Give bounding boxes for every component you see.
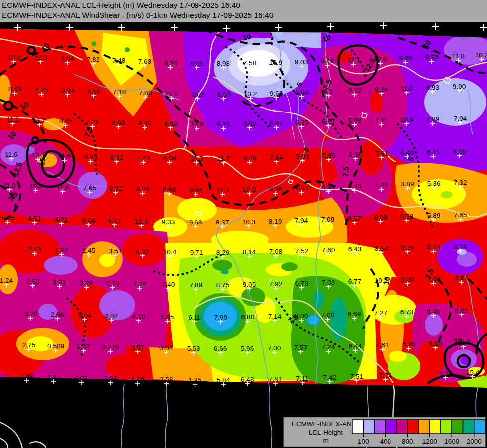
windshear-value: 4.10 — [132, 313, 145, 320]
windshear-value: 7.61 — [376, 341, 389, 349]
windshear-value: 10.2 — [244, 90, 257, 98]
windshear-value: 7.11 — [296, 375, 308, 382]
windshear-value: 7.00 — [268, 344, 281, 352]
windshear-value: 9.90 — [453, 83, 466, 90]
windshear-value: 3.29 — [80, 279, 93, 287]
windshear-value: 2.01 — [75, 374, 88, 382]
contour-label: 10 — [242, 32, 252, 42]
legend-swatch — [386, 420, 396, 434]
windshear-value: 7.89 — [426, 115, 439, 123]
windshear-value: 8.29 — [216, 249, 229, 256]
legend-title: ECMWF-INDEX-ANAL — [292, 420, 360, 428]
windshear-value: 4.67 — [455, 274, 468, 282]
contour-label: 15 — [37, 157, 47, 167]
windshear-value: 9.16 — [401, 244, 414, 251]
windshear-value: 2.75 — [22, 341, 35, 349]
windshear-value: 10.9 — [269, 59, 282, 66]
windshear-value: 9.24 — [375, 86, 388, 93]
windshear-value: 7.65 — [83, 184, 96, 192]
windshear-value: 8.75 — [216, 281, 229, 289]
legend-tick-label: 1600 — [444, 438, 459, 445]
windshear-value: 7.94 — [295, 217, 308, 224]
windshear-value: 8.66 — [163, 186, 176, 193]
windshear-value: 3.04 — [160, 344, 173, 352]
windshear-value: 9.05 — [191, 60, 203, 67]
windshear-value: 2.73 — [28, 245, 41, 253]
windshear-value: 9.07 — [108, 217, 121, 224]
legend-color-swatches — [352, 420, 485, 434]
windshear-value: 3.57 — [131, 344, 144, 351]
windshear-value: 7.92 — [269, 280, 282, 288]
windshear-value: 7.81 — [269, 375, 282, 383]
windshear-value: 9.02 — [243, 120, 256, 127]
windshear-value: 9.71 — [190, 249, 203, 256]
windshear-value: 5.84 — [217, 376, 230, 384]
windshear-value: 3.20 — [24, 310, 37, 318]
legend-swatch — [441, 420, 452, 434]
windshear-value: 8.03 — [112, 119, 125, 126]
windshear-value: 2.58 — [160, 376, 173, 383]
legend-swatch — [375, 420, 386, 434]
windshear-value: 6.07 — [322, 118, 335, 125]
windshear-value: 7.75 — [35, 86, 48, 94]
windshear-value: 8.08 — [374, 214, 387, 221]
windshear-value: 6.73 — [295, 280, 308, 287]
windshear-value: 8.57 — [348, 215, 361, 222]
legend-swatch — [419, 420, 430, 434]
windshear-value: 11.6 — [58, 152, 70, 160]
windshear-value: 10.4 — [163, 248, 177, 256]
windshear-value: 9.10 — [217, 120, 230, 128]
windshear-value: 8.04 — [61, 87, 75, 94]
windshear-value: 5.53 — [187, 345, 200, 352]
windshear-value: 7.89 — [190, 281, 202, 289]
windshear-value: 8.48 — [8, 85, 21, 93]
legend-tick-label: 100 — [358, 438, 369, 445]
legend-swatch — [352, 420, 363, 434]
windshear-value: 1.24 — [0, 277, 13, 284]
contour-label: 7.5 — [341, 166, 350, 177]
windshear-value: 11.0 — [3, 182, 15, 189]
windshear-value: 5.36 — [427, 180, 440, 187]
legend-swatch — [396, 420, 407, 434]
legend-tick-label: 400 — [380, 438, 391, 445]
windshear-value: 5.73 — [348, 182, 361, 190]
windshear-value: 9.46 — [321, 57, 334, 65]
legend-tick-label: 2000 — [467, 438, 482, 445]
windshear-value: 11.3 — [216, 186, 229, 194]
windshear-value: 3.89 — [401, 180, 414, 188]
windshear-value: 7.03 — [322, 279, 335, 286]
windshear-value: 8.98 — [217, 60, 230, 67]
windshear-value: 7.57 — [294, 344, 307, 351]
windshear-value: 7.18 — [113, 88, 126, 96]
windshear-value: 2.89 — [20, 372, 33, 380]
windshear-value: 8.36 — [269, 185, 282, 193]
legend-tick-label: 1200 — [422, 438, 437, 445]
legend-tick-label: 800 — [402, 438, 413, 445]
weather-map-canvas: 10.812.39.047.827.487.689.349.058.987.58… — [0, 0, 487, 448]
windshear-value: 8.54 — [375, 245, 388, 252]
header-line2: ECMWF-INDEX-ANAL WindShear_ (m/s) 0-1km … — [2, 11, 274, 19]
windshear-value: 7.58 — [243, 59, 256, 67]
windshear-value: 5.85 — [322, 152, 335, 159]
legend-swatch — [363, 420, 374, 434]
windshear-value: 6.77 — [348, 278, 361, 285]
windshear-value: 6.69 — [348, 310, 361, 318]
windshear-value: 5.96 — [241, 345, 254, 352]
windshear-value: 1.52 — [26, 278, 39, 285]
weather-map-screenshot: 10.812.39.047.827.487.689.349.058.987.58… — [0, 0, 487, 448]
windshear-value: 10.5 — [29, 182, 42, 190]
windshear-value: 5.56 — [1, 214, 14, 222]
windshear-value: 7.60 — [322, 246, 335, 254]
legend-swatch — [474, 420, 485, 434]
windshear-value: 6.41 — [427, 148, 440, 156]
windshear-value: 7.94 — [454, 115, 467, 122]
windshear-value: 7.11 — [375, 116, 387, 124]
windshear-value: 11.6 — [5, 151, 17, 158]
contour-label: 10 — [454, 336, 462, 345]
windshear-value: 9.15 — [439, 370, 452, 377]
windshear-value: 9.80 — [399, 54, 412, 62]
windshear-value: 9.03 — [295, 58, 308, 66]
windshear-value: 8.74 — [454, 243, 467, 250]
windshear-value: 8.93 — [426, 84, 439, 91]
windshear-value: 6.48 — [241, 376, 254, 383]
